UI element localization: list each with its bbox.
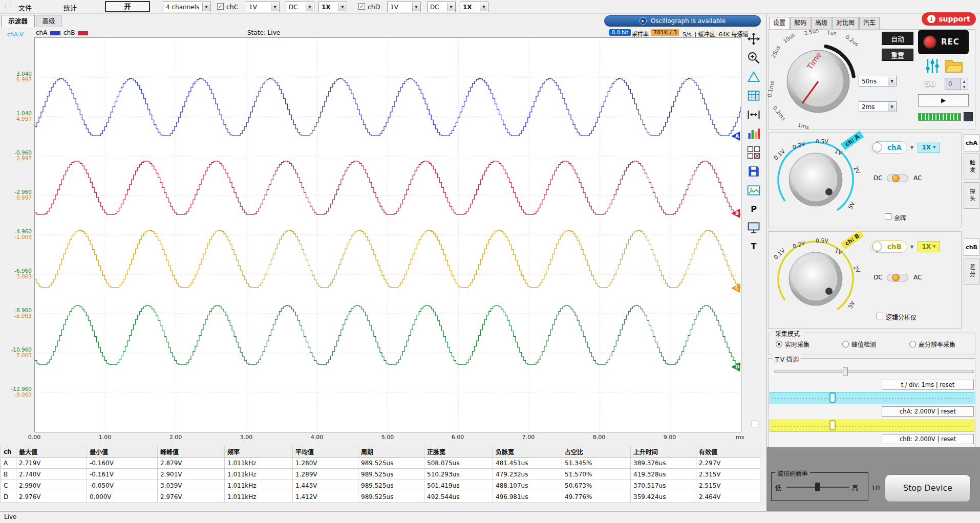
record-index-spinner[interactable]: 0 ▲▼ [945,78,968,90]
tdiv-slider-thumb[interactable] [843,367,848,376]
panel-tab-解码[interactable]: 解码 [790,17,811,29]
measurement-cell: -0.161V [87,469,158,480]
chB-enable-toggle[interactable]: chB [870,241,907,253]
chevron-down-icon[interactable]: ▼ [910,245,913,249]
chC-coupling-select[interactable]: DC▼ [286,2,314,12]
spinner-arrows[interactable]: ▲▼ [960,78,968,90]
tab-advanced[interactable]: 高级 [36,15,61,27]
tdiv-reset-button[interactable]: t / div: 1ms | reset [882,380,974,390]
refresh-slider-thumb[interactable] [815,483,820,491]
sample-rate-label: 采样率 [632,30,649,38]
measurement-cell: 419.328us [631,469,696,480]
chA-probe-badge[interactable]: 1X▼ [918,142,940,153]
refresh-high-label: 高 [852,483,858,492]
y-tick-orange: -5.003 [0,313,32,319]
play-button[interactable]: ▶ [918,94,969,106]
screenshot-button[interactable] [744,182,763,199]
auto-button[interactable]: 自动 [882,32,913,45]
reset-button[interactable]: 重置 [882,49,913,61]
chA-offset-thumb[interactable] [829,393,836,403]
trigger-marker-D[interactable]: D [731,362,740,372]
measurement-cell: 51.570% [562,469,631,480]
y-axis-tick-pair: 1.0404.997 [0,111,32,122]
trigger-marker-B[interactable]: B [731,209,740,218]
stop-device-button[interactable]: Stop Device [885,474,971,502]
side-tab-探头[interactable]: 探头 [964,182,979,209]
chB-offset-reset-button[interactable]: chB: 2.000V | reset [882,434,974,444]
open-file-button[interactable] [945,58,963,75]
panel-tab-设置[interactable]: 设置 [769,17,790,29]
progress-stop-square[interactable] [964,112,973,121]
menu-stats[interactable]: 统计 [60,2,80,13]
measurement-cell: 2.740V [16,469,87,480]
y-axis-tick-pair: -8.960-5.003 [0,308,32,319]
chevron-down-icon[interactable]: ▼ [910,145,913,150]
acq-mode-option-1[interactable]: 峰值检测 [842,340,876,348]
chevron-down-icon: ▼ [338,3,346,11]
tdiv-slider-track[interactable] [774,371,974,373]
measurement-header: 频率 [225,446,293,457]
histogram-button[interactable] [744,125,763,142]
waveform-plot[interactable] [34,37,741,432]
side-tab-差分[interactable]: 差分 [964,258,979,285]
chD-volt-select[interactable]: 1V▼ [387,2,421,12]
chC-probe-select[interactable]: 1X▼ [318,2,347,12]
plot-corner-checkbox[interactable] [752,421,758,427]
acq-mode-option-0[interactable]: 实时采集 [776,340,809,348]
chD-enable-checkbox[interactable]: ✓ [358,3,365,10]
slow-timebase-select[interactable]: 2ms▼ [859,101,897,112]
save-icon [747,165,760,178]
chB-offset-thumb[interactable] [829,420,836,430]
menu-file[interactable]: 文件 [15,2,35,13]
persistence-button[interactable]: P [744,200,763,217]
grid-tool-button[interactable] [744,87,763,104]
chA-persist-checkbox[interactable]: ✓ [885,213,891,220]
side-tab-触发[interactable]: 触发 [964,154,979,180]
chB-offset-slider[interactable] [770,420,974,432]
trigger-marker-C[interactable]: C [731,284,740,293]
record-button[interactable]: REC [918,30,969,54]
channel-count-select[interactable]: 4 channels ▼ [163,2,211,12]
chD-coupling-select[interactable]: DC▼ [427,2,456,12]
panel-tab-对比图[interactable]: 对比图 [832,17,859,29]
spinner-down-icon[interactable]: ▼ [961,84,968,90]
side-tab-chB[interactable]: chB [964,238,979,256]
move-tool-button[interactable] [744,30,763,48]
state-label: State: Live [247,29,280,36]
side-tab-chA[interactable]: chA [964,134,979,151]
panel-tab-汽车[interactable]: 汽车 [859,17,880,29]
trigger-slope-button[interactable] [744,68,763,85]
tab-oscilloscope[interactable]: 示波器 [1,15,35,27]
display-button[interactable] [744,219,763,236]
trigger-marker-A[interactable]: A [731,132,740,141]
chC-enable-checkbox[interactable]: ✓ [217,3,224,10]
trigger-button[interactable]: T [744,237,763,255]
acq-mode-option-label: 峰值检测 [851,340,876,348]
chA-enable-toggle[interactable]: chA [870,141,907,154]
measurement-header: 周期 [358,446,424,457]
chA-offset-reset-button[interactable]: chA: 2.000V | reset [882,406,974,417]
measurement-row-A: A2.719V-0.160V2.879V1.011kHz1.280V989.52… [1,457,760,469]
acq-mode-option-2[interactable]: 高分辨率采集 [909,340,955,348]
support-button[interactable]: ↓ support [922,12,976,26]
xy-mode-button[interactable] [744,144,763,161]
menu-grip[interactable]: ⋮⋮ [3,3,12,9]
marker-letter: A [735,133,739,139]
spinner-up-icon[interactable]: ▲ [961,78,968,84]
power-on-button[interactable]: 开 [105,1,150,12]
fast-timebase-select[interactable]: 50ns▼ [859,76,897,86]
image-icon [747,183,761,198]
chB-toggle-label: chB [882,243,907,251]
chB-logic-checkbox[interactable]: ✓ [877,313,883,319]
chC-volt-select[interactable]: 1V▼ [246,2,280,12]
save-button[interactable] [744,163,763,180]
measurement-cell: 989.525us [358,491,424,503]
chA-offset-slider[interactable] [770,392,974,404]
chA-coupling-switch[interactable] [887,175,908,182]
chB-coupling-switch[interactable] [887,274,908,281]
zoom-tool-button[interactable] [744,49,763,67]
chB-probe-badge[interactable]: 1X▼ [918,241,940,252]
horizontal-expand-button[interactable] [744,106,763,123]
chD-probe-select[interactable]: 1X▼ [460,2,488,12]
adjust-sliders-button[interactable] [925,57,940,76]
